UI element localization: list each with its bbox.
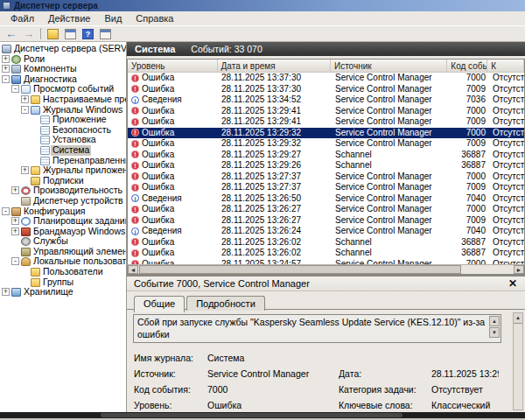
menu-item-Файл[interactable]: Файл — [4, 12, 41, 24]
tree-expander-plus-icon[interactable]: + — [2, 55, 10, 63]
scroll-left-icon[interactable]: ◄ — [128, 265, 138, 274]
event-source: Service Control Manager — [332, 215, 449, 227]
event-datetime: 28.11.2025 13:37:30 — [218, 84, 332, 95]
tree-expander-minus-icon[interactable]: - — [2, 75, 10, 83]
scrollbar-thumb[interactable] — [139, 265, 461, 274]
toolbar: ← → ? — [0, 26, 525, 42]
tab-Общие[interactable]: Общие — [134, 296, 185, 312]
scroll-down-icon[interactable]: ▼ — [489, 327, 500, 338]
event-row[interactable]: !Ошибка28.11.2025 13:29:41Service Contro… — [128, 106, 524, 117]
error-icon: ! — [131, 140, 139, 148]
column-header[interactable]: К — [487, 60, 524, 72]
tree-expander-plus-icon[interactable]: + — [11, 186, 19, 194]
tree-item[interactable]: Диспетчер устройств — [0, 196, 126, 206]
tree-item-label: Журналы приложени — [41, 165, 127, 176]
event-datetime: 28.11.2025 13:27:37 — [218, 182, 332, 193]
tree-item[interactable]: Система — [0, 145, 126, 156]
event-row[interactable]: !Ошибка28.11.2025 13:27:37Service Contro… — [128, 182, 524, 193]
new-window-button[interactable] — [98, 27, 113, 40]
event-row[interactable]: !Ошибка28.11.2025 13:29:32Service Contro… — [128, 138, 524, 150]
console-tree-toggle-button[interactable] — [46, 27, 60, 40]
menu-item-Действие[interactable]: Действие — [41, 12, 97, 24]
folder-icon — [31, 278, 40, 287]
tree-expander-plus-icon[interactable]: + — [11, 217, 19, 225]
error-icon: ! — [131, 150, 139, 158]
event-row[interactable]: !Ошибка28.11.2025 13:27:37Service Contro… — [128, 172, 524, 183]
menu-item-Вид[interactable]: Вид — [97, 12, 129, 24]
event-row[interactable]: !Ошибка28.11.2025 13:26:02Schannel36887О… — [128, 248, 524, 259]
tree-item[interactable]: Пользователи — [0, 267, 126, 277]
event-id: 7009 — [449, 215, 489, 227]
properties-button[interactable] — [63, 27, 78, 40]
log-icon — [40, 146, 50, 155]
preview-tabs: ОбщиеПодробности — [127, 291, 525, 310]
field-value: Классический — [431, 400, 499, 410]
tree-expander-plus-icon[interactable]: + — [11, 228, 19, 235]
help-icon: ? — [82, 29, 94, 39]
scrollbar-thumb[interactable] — [101, 413, 402, 417]
event-id: 7040 — [449, 226, 489, 237]
help-button[interactable]: ? — [80, 27, 95, 40]
scroll-right-icon[interactable]: ► — [514, 265, 524, 274]
back-button[interactable]: ← — [4, 27, 18, 40]
event-category: Отсутствует — [489, 84, 524, 95]
tree-item[interactable]: +Планировщик заданий — [0, 216, 126, 227]
event-category: Отсутствует — [489, 172, 524, 183]
tree-item[interactable]: +Хранилище — [0, 287, 126, 298]
scroll-up-icon[interactable]: ▲ — [489, 316, 500, 326]
tree-expander-plus-icon[interactable]: + — [21, 95, 29, 103]
event-level: Ошибка — [142, 215, 174, 227]
window-bottom-scrollbar[interactable] — [0, 412, 525, 418]
event-row[interactable]: iСведения28.11.2025 13:26:50Service Cont… — [128, 193, 524, 205]
event-message-box[interactable]: Сбой при запуске службы "Kaspersky Seaml… — [133, 314, 501, 343]
folder-icon — [31, 95, 40, 104]
close-icon[interactable]: ✕ — [508, 278, 517, 289]
list-horizontal-scrollbar[interactable]: ◄ ► — [127, 264, 525, 275]
tree-expander-minus-icon[interactable]: - — [2, 207, 10, 215]
column-header[interactable]: Источник — [331, 60, 447, 72]
app-icon — [3, 2, 10, 10]
event-row[interactable]: iСведения28.11.2025 13:34:52Service Cont… — [128, 94, 524, 106]
column-header[interactable]: Дата и время — [218, 60, 331, 72]
tree-expander-minus-icon[interactable]: - — [11, 257, 19, 265]
preview-vertical-scrollbar[interactable]: ▲ — [513, 312, 523, 410]
toolbar-separator — [40, 28, 41, 39]
event-level: Сведения — [142, 226, 182, 237]
event-row[interactable]: !Ошибка28.11.2025 13:26:02Schannel36887О… — [128, 237, 524, 248]
event-row[interactable]: !Ошибка28.11.2025 13:37:30Service Contro… — [128, 84, 524, 95]
event-datetime: 28.11.2025 13:29:41 — [218, 106, 332, 117]
tree-expander-plus-icon[interactable]: + — [21, 166, 29, 174]
tree-item[interactable]: Приложение — [0, 115, 126, 125]
error-icon: ! — [131, 172, 139, 180]
event-row[interactable]: !Ошибка28.11.2025 13:29:26Schannel36887О… — [128, 160, 524, 172]
event-row[interactable]: !Ошибка28.11.2025 13:29:32Service Contro… — [128, 128, 524, 139]
tree-expander-minus-icon[interactable]: - — [21, 106, 29, 114]
event-source: Schannel — [332, 248, 449, 259]
scroll-up-icon[interactable]: ▲ — [514, 313, 522, 324]
event-row[interactable]: !Ошибка28.11.2025 13:29:41Service Contro… — [128, 116, 524, 128]
event-rows: !Ошибка28.11.2025 13:37:30Service Contro… — [128, 73, 524, 264]
menu-item-Справка[interactable]: Справка — [129, 12, 180, 24]
field-label: Дата: — [339, 368, 431, 379]
tree-item[interactable]: Диспетчер сервера (SERVER2010 — [0, 44, 126, 54]
tree-expander-plus-icon[interactable]: + — [2, 65, 10, 73]
tree-item[interactable]: +Настраиваемые предс — [0, 94, 126, 105]
column-header[interactable]: Код события — [447, 60, 487, 72]
tree-expander-plus-icon[interactable]: + — [2, 288, 10, 296]
event-row[interactable]: !Ошибка28.11.2025 13:37:30Service Contro… — [128, 73, 524, 84]
event-id: 7036 — [449, 94, 489, 106]
event-row[interactable]: !Ошибка28.11.2025 13:26:27Service Contro… — [128, 215, 524, 227]
folder-icon — [31, 268, 40, 276]
error-icon: ! — [131, 129, 139, 136]
tab-Подробности[interactable]: Подробности — [186, 296, 265, 311]
tree-expander-minus-icon[interactable]: - — [11, 85, 19, 93]
event-row[interactable]: !Ошибка28.11.2025 13:29:27Schannel36887О… — [128, 150, 524, 161]
event-row[interactable]: !Ошибка28.11.2025 13:26:27Service Contro… — [128, 204, 524, 215]
event-row[interactable]: iСведения28.11.2025 13:26:24Service Cont… — [128, 226, 524, 237]
error-icon: ! — [131, 206, 139, 214]
event-source: Service Control Manager — [332, 116, 449, 128]
column-header[interactable]: Уровень — [128, 60, 218, 72]
tree-item[interactable]: +Журналы приложени — [0, 165, 126, 176]
forward-button[interactable]: → — [21, 27, 36, 40]
event-level: Ошибка — [142, 150, 174, 161]
